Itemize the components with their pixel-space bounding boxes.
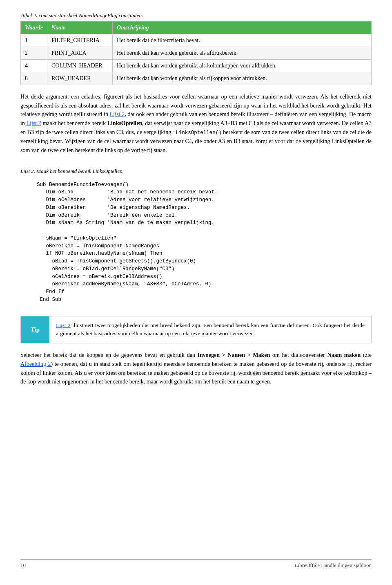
table-cell: Het bereik dat de filtercriteria bevat. bbox=[113, 34, 372, 47]
table-cell: 8 bbox=[21, 72, 47, 85]
table-cell: 1 bbox=[21, 34, 47, 47]
tip-text: illustreert twee mogelijkheden die niet … bbox=[56, 322, 365, 337]
table-header: Waarde Naam Omschrijving bbox=[21, 22, 372, 34]
table-row: 2PRINT_AREAHet bereik dat kan worden geb… bbox=[21, 47, 372, 60]
footer: 10 LibreOffice Handleidingen sjabloon bbox=[20, 559, 372, 569]
body-paragraph-1: Het derde argument, een celadres, figure… bbox=[20, 92, 372, 155]
footer-page-number: 10 bbox=[20, 562, 26, 569]
body-paragraph-2: Selecteer het bereik dat de koppen en de… bbox=[20, 351, 372, 386]
lijst2-link-1[interactable]: Lijst 2 bbox=[110, 111, 125, 117]
table-cell: 4 bbox=[21, 60, 47, 72]
table-title: Tabel 2. com.sun.star.sheet.NamedRangeFl… bbox=[20, 12, 372, 19]
code-block: Sub BenoemdeFunctieToevoegen() Dim oBlad… bbox=[20, 178, 372, 307]
tip-content: Lijst 2 illustreert twee mogelijkheden d… bbox=[49, 316, 371, 343]
table-cell: Het bereik dat kan worden gebruikt als r… bbox=[113, 72, 372, 85]
table-row: 8ROW_HEADERHet bereik dat kan worden geb… bbox=[21, 72, 372, 85]
afbeelding2-link[interactable]: Afbeelding 2 bbox=[20, 361, 51, 367]
table-cell: Het bereik dat kan worden gebruikt als a… bbox=[113, 47, 372, 60]
tip-box: Tip Lijst 2 illustreert twee mogelijkhed… bbox=[20, 316, 372, 344]
table-cell: Het bereik dat kan worden gebruikt als k… bbox=[113, 60, 372, 72]
col-header-waarde: Waarde bbox=[21, 22, 47, 34]
footer-title: LibreOffice Handleidingen sjabloon bbox=[295, 562, 372, 569]
table-cell: 2 bbox=[21, 47, 47, 60]
table-cell: COLUMN_HEADER bbox=[47, 60, 113, 72]
named-range-flag-table: Waarde Naam Omschrijving 1FILTER_CRITERI… bbox=[20, 21, 372, 85]
col-header-omschrijving: Omschrijving bbox=[113, 22, 372, 34]
tip-lijst2-link[interactable]: Lijst 2 bbox=[56, 322, 71, 328]
page: Tabel 2. com.sun.star.sheet.NamedRangeFl… bbox=[0, 0, 392, 585]
table-body: 1FILTER_CRITERIAHet bereik dat de filter… bbox=[21, 34, 372, 85]
table-cell: PRINT_AREA bbox=[47, 47, 113, 60]
list-title: Lijst 2. Maak het benoemd bereik LinksOp… bbox=[20, 168, 372, 175]
table-row: 4COLUMN_HEADERHet bereik dat kan worden … bbox=[21, 60, 372, 72]
lijst2-link-2[interactable]: Lijst 2 bbox=[27, 120, 41, 126]
tip-label: Tip bbox=[21, 316, 49, 343]
col-header-naam: Naam bbox=[47, 22, 113, 34]
table-cell: ROW_HEADER bbox=[47, 72, 113, 85]
table-row: 1FILTER_CRITERIAHet bereik dat de filter… bbox=[21, 34, 372, 47]
table-cell: FILTER_CRITERIA bbox=[47, 34, 113, 47]
